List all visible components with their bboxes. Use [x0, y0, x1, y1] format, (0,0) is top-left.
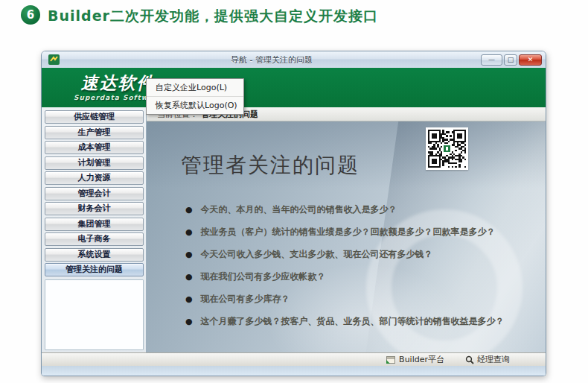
page: 6 Builder二次开发功能，提供强大自定义开发接口 导航 - 管理关注的问题…: [0, 0, 588, 383]
app-window: 导航 - 管理关注的问题 — □ ✕ 速达软件 Superdata Softwa…: [41, 51, 546, 376]
qr-code: [426, 127, 468, 170]
step-number-badge: 6: [21, 5, 40, 25]
sidebar-nav-button[interactable]: 管理关注的问题: [45, 263, 144, 276]
sidebar-nav-button[interactable]: 人力资源: [45, 171, 144, 185]
sidebar-nav-button[interactable]: 系统设置: [45, 248, 144, 262]
question-text: 现在公司有多少库存？: [201, 293, 290, 306]
navigation-sidebar: 供应链管理生产管理成本管理计划管理人力资源管理会计财务会计集团管理电子商务系统设…: [42, 107, 147, 352]
sidebar-nav-button[interactable]: 财务会计: [45, 202, 144, 215]
manager-query-button[interactable]: 经理查询: [465, 354, 510, 365]
question-list-item: ● 现在我们公司有多少应收帐款？: [185, 265, 531, 288]
bullet-icon: ●: [185, 205, 193, 215]
window-title: 导航 - 管理关注的问题: [63, 54, 481, 66]
bullet-icon: ●: [185, 227, 193, 237]
builder-platform-label: Builder平台: [399, 354, 444, 365]
manager-query-label: 经理查询: [477, 354, 510, 365]
status-bar: Builder平台 经理查询: [42, 352, 546, 366]
app-logo-icon: [48, 54, 60, 65]
main-column: 当前位置： 管理关注的问题 管理者关注的问题 ●: [147, 107, 546, 352]
bullet-icon: ●: [185, 294, 193, 304]
content-heading: 管理者关注的问题: [181, 151, 359, 180]
bullet-icon: ●: [185, 317, 193, 326]
context-menu-item[interactable]: 自定义企业Logo(L): [147, 79, 243, 96]
question-list-item: ● 这个月赚了多少钱？按客户、货品、业务员、部门等统计的销售收益是多少？: [185, 310, 531, 332]
bullet-icon: ●: [185, 272, 193, 282]
context-menu-item[interactable]: 恢复系统默认Logo(O): [147, 96, 243, 114]
sidebar-nav-button[interactable]: 供应链管理: [45, 110, 144, 124]
question-text: 现在我们公司有多少应收帐款？: [201, 270, 326, 283]
content-area: 管理者关注的问题 ● 今天的、本月的、当年的公司的销售收入是多少？ ● 按业务员…: [147, 121, 546, 352]
brand-banner: 速达软件 Superdata Software: [42, 68, 546, 107]
question-list: ● 今天的、本月的、当年的公司的销售收入是多少？ ● 按业务员（客户）统计的销售…: [185, 198, 531, 332]
sidebar-nav-button[interactable]: 成本管理: [45, 141, 144, 154]
sidebar-nav-button[interactable]: 集团管理: [45, 218, 144, 231]
question-text: 按业务员（客户）统计的销售业绩是多少？回款额是多少？回款率是多少？: [201, 226, 496, 238]
magnifier-icon: [465, 355, 474, 364]
window-bottom-frame: [42, 366, 546, 376]
sidebar-nav-button[interactable]: 生产管理: [45, 126, 144, 139]
logo-context-menu: 自定义企业Logo(L)恢复系统默认Logo(O): [146, 78, 244, 115]
window-body: 供应链管理生产管理成本管理计划管理人力资源管理会计财务会计集团管理电子商务系统设…: [42, 107, 546, 352]
minimize-button[interactable]: —: [481, 54, 502, 66]
question-list-item: ● 现在公司有多少库存？: [185, 288, 531, 310]
window-titlebar[interactable]: 导航 - 管理关注的问题 — □ ✕: [42, 51, 546, 68]
restore-button[interactable]: □: [504, 54, 517, 66]
sidebar-nav-button[interactable]: 电子商务: [45, 232, 144, 246]
question-text: 这个月赚了多少钱？按客户、货品、业务员、部门等统计的销售收益是多少？: [201, 315, 505, 328]
builder-icon: [386, 355, 396, 364]
bullet-icon: ●: [185, 250, 193, 259]
close-button[interactable]: ✕: [519, 54, 542, 66]
question-list-item: ● 按业务员（客户）统计的销售业绩是多少？回款额是多少？回款率是多少？: [185, 221, 531, 243]
question-list-item: ● 今天的、本月的、当年的公司的销售收入是多少？: [185, 198, 531, 221]
question-text: 今天的、本月的、当年的公司的销售收入是多少？: [201, 203, 397, 216]
question-list-item: ● 今天公司收入多少钱、支出多少款、现在公司还有多少钱？: [185, 243, 531, 265]
sidebar-empty-panel: [45, 279, 144, 351]
builder-platform-button[interactable]: Builder平台: [386, 354, 444, 365]
page-title: Builder二次开发功能，提供强大自定义开发接口: [48, 7, 378, 26]
sidebar-nav-button[interactable]: 计划管理: [45, 156, 144, 170]
window-controls: — □ ✕: [481, 54, 542, 66]
sidebar-nav-button[interactable]: 管理会计: [45, 187, 144, 200]
question-text: 今天公司收入多少钱、支出多少款、现在公司还有多少钱？: [201, 248, 433, 261]
